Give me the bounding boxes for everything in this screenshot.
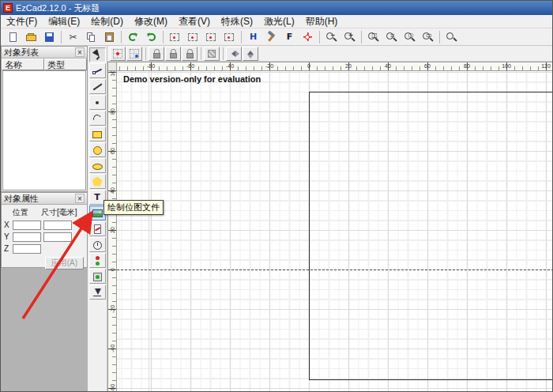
toolbar-separator <box>121 31 122 43</box>
ruler-label: -20 <box>265 63 273 69</box>
menu-file[interactable]: 文件(F) <box>1 14 43 29</box>
input-port-tool-button[interactable] <box>89 253 106 268</box>
point-icon <box>92 97 103 108</box>
zoom-in-button[interactable]: + <box>340 29 359 45</box>
left-dock: 对象列表 × 名称 类型 对象属性 × 位置 尺寸[毫米] X <box>1 46 88 392</box>
x-size-input[interactable] <box>43 220 72 230</box>
lock-x-button[interactable] <box>149 47 164 61</box>
circle-icon <box>92 145 103 156</box>
menu-view[interactable]: 查看(V) <box>173 14 216 29</box>
menu-edit[interactable]: 编辑(E) <box>43 14 85 29</box>
menu-laser[interactable]: 激光(L) <box>258 14 300 29</box>
mirror-horizontal-button[interactable] <box>226 47 242 61</box>
motion-tool-button[interactable] <box>89 285 106 300</box>
zoom-out-button[interactable]: − <box>322 29 340 45</box>
fill-display-button[interactable] <box>204 47 220 61</box>
line-tool-button[interactable] <box>89 79 106 94</box>
lock-icon <box>151 48 163 59</box>
zoom-icon: ▫ <box>386 32 397 43</box>
hatch-button[interactable]: H <box>244 29 262 45</box>
ruler-label: -60 <box>109 380 117 392</box>
hammer-icon <box>265 32 277 43</box>
properties-title: 对象属性 <box>4 193 39 205</box>
snap-object-button[interactable] <box>126 47 142 61</box>
apply-button[interactable]: 应用(A) <box>45 257 84 270</box>
object-list[interactable] <box>2 70 86 190</box>
new-button[interactable] <box>4 29 22 45</box>
save-button[interactable] <box>40 29 58 45</box>
undo-button[interactable] <box>124 29 142 45</box>
ruler-label: 60 <box>109 143 117 159</box>
text-icon: T <box>92 192 103 203</box>
paste-icon <box>103 32 115 43</box>
y-size-input[interactable] <box>43 232 72 242</box>
ruler-label: -80 <box>147 63 155 69</box>
ellipse-tool-button[interactable] <box>89 158 106 173</box>
object-list-header: 名称 类型 <box>2 58 87 70</box>
y-position-input[interactable] <box>13 232 41 242</box>
cut-button[interactable]: ✂ <box>64 29 82 45</box>
toolbar-separator <box>439 31 440 43</box>
laser-target-button[interactable] <box>299 29 317 45</box>
redo-icon <box>145 32 157 43</box>
copy-button[interactable] <box>82 29 100 45</box>
curve-tool-button[interactable] <box>89 111 106 126</box>
zoom-all-button[interactable]: ○ <box>401 29 419 45</box>
menu-draw[interactable]: 绘制(D) <box>85 14 129 29</box>
zoom-object-button[interactable]: ▫ <box>382 29 401 45</box>
horizontal-ruler[interactable]: -80-60-40-20020406080100120 <box>117 62 553 71</box>
seldot-icon <box>205 32 217 43</box>
bitmap-icon <box>92 208 103 219</box>
point-tool-button[interactable] <box>89 95 106 110</box>
paste-button[interactable] <box>100 29 118 45</box>
zoom-page-button[interactable]: ▭ <box>419 29 437 45</box>
z-position-input[interactable] <box>13 244 41 254</box>
lock-y-button[interactable] <box>165 47 181 61</box>
menu-modify[interactable]: 修改(M) <box>129 14 173 29</box>
x-row: X <box>2 219 87 231</box>
open-button[interactable] <box>22 29 40 45</box>
mirror-vertical-button[interactable] <box>243 47 258 61</box>
pan-button[interactable] <box>442 29 461 45</box>
close-icon[interactable]: × <box>75 194 85 203</box>
pick-object-1-button[interactable] <box>166 29 184 45</box>
mirrorh-icon <box>228 48 240 59</box>
ioout-icon <box>92 271 103 282</box>
drawing-canvas[interactable]: Demo version-only for evaluation <box>117 71 553 392</box>
pick-object-4-button[interactable] <box>220 29 239 45</box>
properties-panel: 对象属性 × 位置 尺寸[毫米] X Y Z 应用(A) <box>1 192 88 268</box>
main-toolbar: ✂HF−+□▫○▭ <box>1 28 553 46</box>
menu-help[interactable]: 帮助(H) <box>300 14 344 29</box>
zoom-window-button[interactable]: □ <box>364 29 382 45</box>
column-header-type[interactable]: 类型 <box>44 58 87 70</box>
param-hammer-button[interactable] <box>262 29 280 45</box>
circle-tool-button[interactable] <box>89 142 106 157</box>
node-icon <box>92 66 103 77</box>
timer-tool-button[interactable] <box>89 237 106 252</box>
polygon-tool-button[interactable] <box>89 174 106 189</box>
menu-special[interactable]: 特殊(S) <box>216 14 258 29</box>
edit-toolbar <box>107 46 553 62</box>
vector-file-tool-button[interactable] <box>89 221 106 236</box>
ioin-icon <box>92 255 103 266</box>
snap-grid-button[interactable] <box>110 47 126 61</box>
vector-icon <box>92 224 103 235</box>
object-list-panel: 对象列表 × 名称 类型 <box>1 46 88 192</box>
output-port-tool-button[interactable] <box>89 269 106 284</box>
font-param-button[interactable]: F <box>280 29 299 45</box>
pick-object-3-button[interactable] <box>202 29 220 45</box>
redo-button[interactable] <box>142 29 160 45</box>
column-header-name[interactable]: 名称 <box>2 58 44 70</box>
x-position-input[interactable] <box>13 220 41 230</box>
ruler-label: 100 <box>502 63 511 69</box>
lock-z-button[interactable] <box>182 47 198 61</box>
undo-icon <box>127 32 139 43</box>
laser-icon <box>302 32 314 43</box>
close-icon[interactable]: × <box>75 47 85 57</box>
ruler-label: -40 <box>109 341 117 356</box>
select-tool-button[interactable] <box>89 47 106 62</box>
vertical-ruler[interactable]: 100806040200-20-40-60 <box>107 71 117 392</box>
rectangle-tool-button[interactable] <box>89 126 106 141</box>
node-edit-tool-button[interactable] <box>89 63 106 78</box>
pick-object-2-button[interactable] <box>184 29 202 45</box>
